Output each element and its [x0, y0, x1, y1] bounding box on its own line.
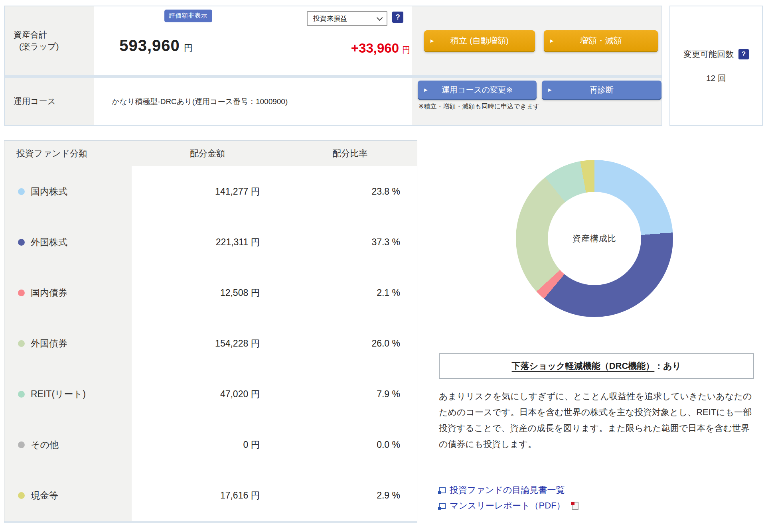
prospectus-link[interactable]: 投資ファンドの目論見書一覧: [439, 484, 578, 496]
change-count-help-icon[interactable]: ?: [738, 49, 749, 59]
legend-dot-icon: [18, 188, 25, 195]
donut-center-label: 資産構成比: [573, 233, 616, 244]
table-row: その他 0 円 0.0 %: [4, 420, 417, 470]
pl-amount-unit: 円: [402, 45, 410, 54]
legend-dot-icon: [18, 492, 25, 499]
pl-amount-value: +33,960: [351, 41, 399, 55]
asset-total-label-line2: (楽ラップ): [14, 41, 94, 53]
table-row: 国内株式 141,277 円 23.8 %: [4, 166, 417, 217]
chevron-down-icon: [377, 15, 383, 21]
course-label: 運用コース: [5, 78, 94, 125]
pl-period-select-value: 投資来損益: [313, 14, 347, 23]
play-arrow-icon: ▶: [550, 38, 553, 43]
course-description: あまりリスクを気にしすぎずに、とことん収益性を追求していきたいあなたのためのコー…: [439, 388, 758, 452]
tsumitate-button[interactable]: ▶ 積立 (自動増額): [424, 30, 535, 51]
allocation-table-header: 投資ファンド分類 配分金額 配分比率: [4, 141, 417, 166]
drc-feature-box: 下落ショック軽減機能（DRC機能）：あり: [439, 353, 754, 379]
document-links: 投資ファンドの目論見書一覧 マンスリーレポート（PDF）: [439, 484, 578, 512]
legend-dot-icon: [18, 340, 25, 347]
allocation-table-body: 国内株式 141,277 円 23.8 % 外国株式 221,311 円 37.…: [4, 166, 417, 521]
course-actions-zone: ▶ 運用コースの変更※ ▶ 再診断 ※積立・増額・減額も同時に申込できます: [412, 78, 661, 125]
asset-actions-zone: ▶ 積立 (自動増額) ▶ 増額・減額: [412, 6, 661, 75]
course-value: かなり積極型-DRCあり(運用コース番号：1000900): [112, 97, 288, 107]
zougaku-genngaku-button[interactable]: ▶ 増額・減額: [544, 30, 658, 51]
row-divider: [5, 75, 661, 78]
course-row: 運用コース かなり積極型-DRCあり(運用コース番号：1000900) ▶ 運用…: [5, 78, 661, 125]
rakuten-wrap-dashboard: 資産合計 (楽ラップ) 評価額非表示 593,960円 投資来損益 ? +33,…: [0, 0, 766, 532]
table-row: 外国株式 221,311 円 37.3 %: [4, 217, 417, 268]
hide-valuation-badge[interactable]: 評価額非表示: [164, 10, 212, 22]
pl-amount: +33,960円: [351, 41, 410, 56]
pdf-icon: [572, 502, 578, 510]
asset-total-content: 評価額非表示 593,960円 投資来損益 ? +33,960円: [94, 6, 412, 75]
table-row: REIT(リート) 47,020 円 7.9 %: [4, 369, 417, 420]
total-asset-amount: 593,960円: [94, 37, 218, 55]
allocation-table: 投資ファンド分類 配分金額 配分比率 国内株式 141,277 円 23.8 %…: [4, 140, 417, 523]
play-arrow-icon: ▶: [424, 87, 427, 93]
window-icon: [439, 503, 446, 509]
asset-summary-box: 資産合計 (楽ラップ) 評価額非表示 593,960円 投資来損益 ? +33,…: [4, 6, 662, 126]
legend-dot-icon: [18, 441, 25, 448]
change-count-box: 変更可能回数 ? 12 回: [669, 6, 763, 126]
drc-feature-status: ：あり: [654, 360, 681, 372]
legend-dot-icon: [18, 391, 25, 398]
monthly-report-link[interactable]: マンスリーレポート（PDF）: [439, 500, 578, 512]
play-arrow-icon: ▶: [430, 38, 434, 43]
play-arrow-icon: ▶: [548, 87, 551, 93]
total-asset-value: 593,960: [119, 37, 180, 54]
course-content: かなり積極型-DRCあり(運用コース番号：1000900): [94, 78, 412, 125]
table-row: 外国債券 154,228 円 26.0 %: [4, 318, 417, 369]
header-fund-class: 投資ファンド分類: [4, 148, 132, 160]
drc-feature-title: 下落ショック軽減機能（DRC機能）: [512, 360, 655, 372]
rediagnose-button[interactable]: ▶ 再診断: [542, 81, 661, 99]
total-asset-unit: 円: [184, 43, 193, 53]
pl-help-icon[interactable]: ?: [392, 12, 403, 23]
legend-dot-icon: [18, 290, 25, 296]
window-icon: [439, 487, 446, 493]
asset-total-label-line1: 資産合計: [14, 29, 94, 41]
asset-composition-donut-chart: 資産構成比: [516, 160, 673, 317]
donut-hole: 資産構成比: [548, 192, 641, 285]
table-row: 現金等 17,616 円 2.9 %: [4, 470, 417, 521]
asset-total-row: 資産合計 (楽ラップ) 評価額非表示 593,960円 投資来損益 ? +33,…: [5, 6, 661, 75]
table-row: 国内債券 12,508 円 2.1 %: [4, 268, 417, 318]
asset-total-label: 資産合計 (楽ラップ): [5, 6, 94, 75]
apply-note: ※積立・増額・減額も同時に申込できます: [419, 102, 540, 111]
header-ratio: 配分比率: [283, 148, 417, 160]
header-amount: 配分金額: [132, 148, 283, 160]
course-change-button[interactable]: ▶ 運用コースの変更※: [418, 81, 537, 99]
pl-period-select[interactable]: 投資来損益: [307, 11, 387, 26]
change-count-label: 変更可能回数: [683, 49, 734, 60]
legend-dot-icon: [18, 239, 25, 246]
change-count-value: 12 回: [670, 73, 762, 84]
